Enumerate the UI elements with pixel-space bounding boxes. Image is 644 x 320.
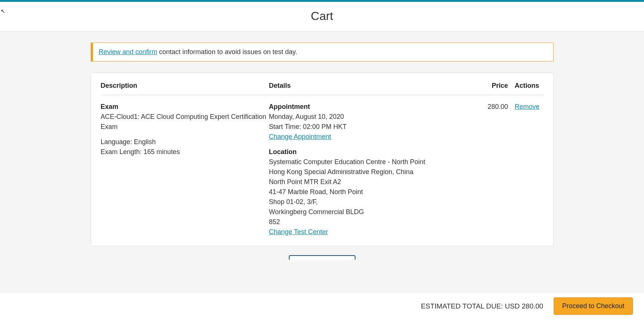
location-line: Workingberg Commercial BLDG <box>269 207 477 217</box>
cell-actions: Remove <box>508 95 544 237</box>
partial-button-top[interactable] <box>289 255 356 260</box>
page-title: Cart <box>0 9 644 23</box>
cart-table: Description Details Price Actions Exam A… <box>101 82 544 237</box>
location-line: Hong Kong Special Administrative Region,… <box>269 167 477 177</box>
exam-language: Language: English <box>101 137 269 147</box>
location-line: Systematic Computer Education Centre - N… <box>269 157 477 167</box>
appointment-heading: Appointment <box>269 102 477 112</box>
review-confirm-link[interactable]: Review and confirm <box>99 48 157 56</box>
footer-bar: ESTIMATED TOTAL DUE: USD 280.00 Proceed … <box>0 292 644 297</box>
table-row: Exam ACE-Cloud1: ACE Cloud Computing Exp… <box>101 95 544 237</box>
main-container: Review and confirm contact information t… <box>91 31 554 297</box>
col-header-actions: Actions <box>508 82 544 95</box>
appointment-start-time: Start Time: 02:00 PM HKT <box>269 122 477 132</box>
location-heading: Location <box>269 147 477 157</box>
cell-details: Appointment Monday, August 10, 2020 Star… <box>269 95 477 237</box>
col-header-description: Description <box>101 82 269 95</box>
change-appointment-link[interactable]: Change Appointment <box>269 133 331 140</box>
location-block: Location Systematic Computer Education C… <box>269 147 477 237</box>
location-line: 41-47 Marble Road, North Point <box>269 187 477 197</box>
page-header: Cart <box>0 2 644 31</box>
alert-text: contact information to avoid issues on t… <box>157 48 297 56</box>
exam-meta: Language: English Exam Length: 165 minut… <box>101 137 269 157</box>
remove-link[interactable]: Remove <box>515 103 540 110</box>
appointment-date: Monday, August 10, 2020 <box>269 112 477 122</box>
change-test-center-link[interactable]: Change Test Center <box>269 228 328 236</box>
col-header-details: Details <box>269 82 477 95</box>
table-header-row: Description Details Price Actions <box>101 82 544 95</box>
location-line: Shop 01-02, 3/F, <box>269 197 477 207</box>
cell-description: Exam ACE-Cloud1: ACE Cloud Computing Exp… <box>101 95 269 237</box>
location-line: 852 <box>269 217 477 227</box>
exam-length: Exam Length: 165 minutes <box>101 147 269 157</box>
exam-name: ACE-Cloud1: ACE Cloud Computing Expert C… <box>101 112 269 132</box>
col-header-price: Price <box>477 82 508 95</box>
location-line: North Point MTR Exit A2 <box>269 177 477 187</box>
exam-heading: Exam <box>101 102 269 112</box>
review-contact-alert: Review and confirm contact information t… <box>91 43 554 61</box>
cell-price: 280.00 <box>477 95 508 237</box>
cart-card: Description Details Price Actions Exam A… <box>91 73 554 246</box>
